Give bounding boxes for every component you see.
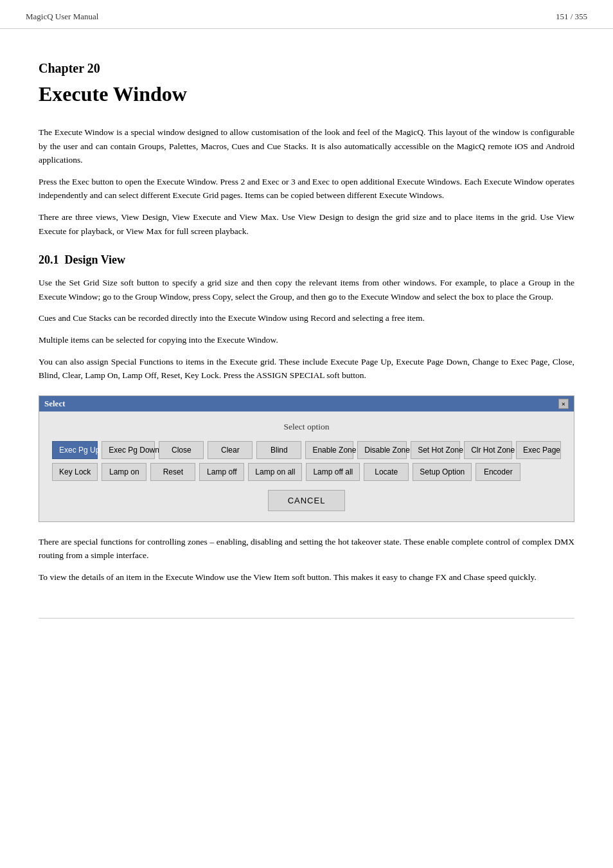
select-option-label: Select option [52,422,561,432]
cancel-button[interactable]: CANCEL [268,490,346,511]
footer-para-2: To view the details of an item in the Ex… [39,570,574,584]
select-dialog: Select × Select option Exec Pg UpExec Pg… [39,395,574,522]
section-para-4: You can also assign Special Functions to… [39,355,574,383]
dialog-btn-enable-zone[interactable]: Enable Zone [305,441,353,459]
section-title: 20.1 Design View [39,253,574,267]
dialog-btn-clear[interactable]: Clear [208,441,253,459]
dialog-title: Select [44,399,65,409]
dialog-close-button[interactable]: × [558,399,569,409]
dialog-titlebar: Select × [39,396,574,411]
chapter-label: Chapter 20 [39,61,574,76]
manual-title: MagicQ User Manual [26,12,98,22]
dialog-btn-key-lock[interactable]: Key Lock [52,463,98,481]
dialog-btn-clr-hot-zone[interactable]: Clr Hot Zone [464,441,512,459]
dialog-btn-exec-pg-up[interactable]: Exec Pg Up [52,441,98,459]
intro-para-2: Press the Exec button to open the Execut… [39,175,574,203]
dialog-btn-encoder[interactable]: Encoder [475,463,520,481]
intro-para-3: There are three views, View Design, View… [39,210,574,238]
dialog-row-2: Key LockLamp onResetLamp offLamp on allL… [52,463,561,481]
dialog-cancel-row: CANCEL [52,490,561,511]
page-header: MagicQ User Manual 151 / 355 [0,0,613,29]
dialog-btn-setup-option[interactable]: Setup Option [413,463,472,481]
dialog-btn-disable-zone[interactable]: Disable Zone [357,441,407,459]
dialog-body: Select option Exec Pg UpExec Pg DownClos… [39,411,574,521]
dialog-btn-close[interactable]: Close [159,441,204,459]
dialog-row-1: Exec Pg UpExec Pg DownCloseClearBlindEna… [52,441,561,459]
footer-para-1: There are special functions for controll… [39,535,574,563]
dialog-btn-locate[interactable]: Locate [364,463,409,481]
dialog-btn-set-hot-zone[interactable]: Set Hot Zone [411,441,460,459]
chapter-title: Execute Window [39,82,574,106]
dialog-btn-reset[interactable]: Reset [150,463,195,481]
section-para-2: Cues and Cue Stacks can be recorded dire… [39,311,574,325]
section-para-3: Multiple items can be selected for copyi… [39,333,574,347]
dialog-button-grid: Exec Pg UpExec Pg DownCloseClearBlindEna… [52,441,561,481]
page-content: Chapter 20 Execute Window The Execute Wi… [0,29,613,618]
dialog-btn-blind[interactable]: Blind [256,441,301,459]
page-footer [39,618,574,622]
page-number: 151 / 355 [556,12,587,22]
dialog-btn-exec-pg-down[interactable]: Exec Pg Down [102,441,155,459]
dialog-btn-lamp-on[interactable]: Lamp on [102,463,147,481]
dialog-btn-lamp-on-all[interactable]: Lamp on all [248,463,302,481]
dialog-btn-exec-page[interactable]: Exec Page [516,441,561,459]
intro-para-1: The Execute Window is a special window d… [39,125,574,167]
section-para-1: Use the Set Grid Size soft button to spe… [39,276,574,303]
dialog-btn-lamp-off[interactable]: Lamp off [199,463,244,481]
dialog-btn-lamp-off-all[interactable]: Lamp off all [306,463,360,481]
